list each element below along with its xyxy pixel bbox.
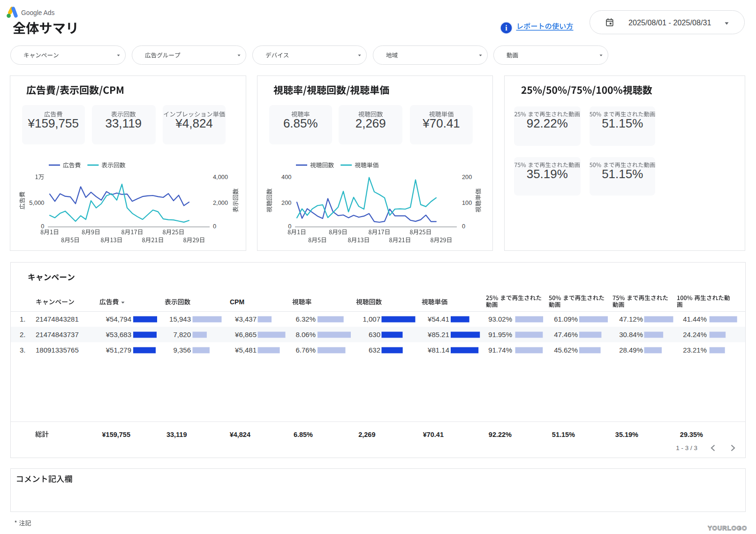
svg-text:33,119: 33,119 [166, 431, 187, 438]
svg-text:¥4,824: ¥4,824 [175, 116, 213, 130]
svg-text:632: 632 [369, 346, 380, 354]
svg-text:5,000: 5,000 [29, 199, 44, 206]
svg-text:¥81.14: ¥81.14 [427, 346, 449, 354]
svg-text:0: 0 [41, 223, 44, 230]
svg-text:51.15%: 51.15% [602, 116, 643, 130]
svg-text:1,007: 1,007 [363, 315, 380, 323]
svg-text:28.49%: 28.49% [619, 346, 643, 354]
svg-text:35.19%: 35.19% [527, 167, 568, 181]
svg-text:¥70.41: ¥70.41 [422, 116, 460, 130]
svg-text:21474843281: 21474843281 [36, 315, 79, 323]
svg-text:33,119: 33,119 [105, 116, 142, 130]
svg-text:61.09%: 61.09% [554, 315, 578, 323]
svg-text:400: 400 [281, 173, 291, 181]
svg-text:91.74%: 91.74% [488, 346, 512, 354]
svg-text:¥70.41: ¥70.41 [423, 431, 444, 438]
svg-text:6.32%: 6.32% [295, 315, 316, 323]
svg-text:¥85.21: ¥85.21 [427, 331, 449, 338]
svg-text:8.06%: 8.06% [295, 331, 316, 338]
svg-text:45.62%: 45.62% [554, 346, 578, 354]
svg-text:93.02%: 93.02% [488, 315, 512, 323]
svg-text:YOURLOGO: YOURLOGO [708, 525, 747, 532]
svg-text:9,356: 9,356 [173, 346, 191, 354]
svg-text:23.21%: 23.21% [683, 346, 707, 354]
svg-text:91.95%: 91.95% [488, 331, 512, 338]
svg-text:2,269: 2,269 [355, 116, 386, 130]
svg-text:92.22%: 92.22% [527, 116, 568, 130]
svg-text:15,943: 15,943 [169, 315, 191, 323]
svg-text:¥159,755: ¥159,755 [28, 116, 79, 130]
svg-text:6.76%: 6.76% [295, 346, 316, 354]
svg-text:29.35%: 29.35% [680, 431, 703, 438]
svg-text:0: 0 [462, 223, 465, 230]
svg-text:24.24%: 24.24% [683, 331, 707, 338]
svg-text:3.: 3. [20, 346, 26, 354]
svg-text:7,820: 7,820 [173, 331, 191, 338]
svg-text:1.: 1. [20, 315, 26, 323]
svg-text:18091335765: 18091335765 [36, 346, 79, 354]
svg-text:2,269: 2,269 [358, 431, 375, 438]
svg-text:2.: 2. [20, 331, 26, 338]
svg-text:¥54,794: ¥54,794 [106, 315, 131, 323]
svg-text:CPM: CPM [230, 298, 244, 306]
svg-text:Google Ads: Google Ads [21, 9, 54, 16]
svg-text:51.15%: 51.15% [602, 167, 643, 181]
svg-text:92.22%: 92.22% [489, 431, 512, 438]
svg-text:30.84%: 30.84% [619, 331, 643, 338]
svg-text:630: 630 [369, 331, 380, 338]
svg-text:¥5,481: ¥5,481 [234, 346, 257, 354]
svg-text:51.15%: 51.15% [552, 431, 575, 438]
svg-text:¥54.41: ¥54.41 [427, 315, 449, 323]
svg-text:¥53,683: ¥53,683 [106, 331, 131, 338]
svg-text:47.12%: 47.12% [619, 315, 643, 323]
svg-text:200: 200 [462, 173, 472, 181]
svg-text:2025/08/01 - 2025/08/31: 2025/08/01 - 2025/08/31 [628, 18, 711, 27]
svg-text:0: 0 [288, 223, 291, 230]
svg-text:41.44%: 41.44% [683, 315, 707, 323]
svg-text:6.85%: 6.85% [283, 116, 318, 130]
svg-text:i: i [505, 24, 507, 32]
svg-text:6.85%: 6.85% [294, 431, 313, 438]
svg-text:0: 0 [213, 223, 216, 230]
svg-text:35.19%: 35.19% [615, 431, 638, 438]
svg-text:1 - 3 / 3: 1 - 3 / 3 [676, 444, 697, 451]
svg-text:¥4,824: ¥4,824 [230, 431, 250, 438]
svg-text:¥3,437: ¥3,437 [234, 315, 257, 323]
svg-text:100: 100 [462, 199, 472, 206]
svg-text:47.46%: 47.46% [554, 331, 578, 338]
svg-text:¥6,865: ¥6,865 [234, 331, 257, 338]
svg-text:¥159,755: ¥159,755 [102, 431, 130, 438]
svg-text:4,000: 4,000 [213, 173, 228, 181]
svg-text:¥51,279: ¥51,279 [106, 346, 131, 354]
svg-text:21474843737: 21474843737 [36, 331, 79, 338]
svg-text:2,000: 2,000 [213, 199, 228, 206]
svg-text:200: 200 [281, 199, 291, 206]
